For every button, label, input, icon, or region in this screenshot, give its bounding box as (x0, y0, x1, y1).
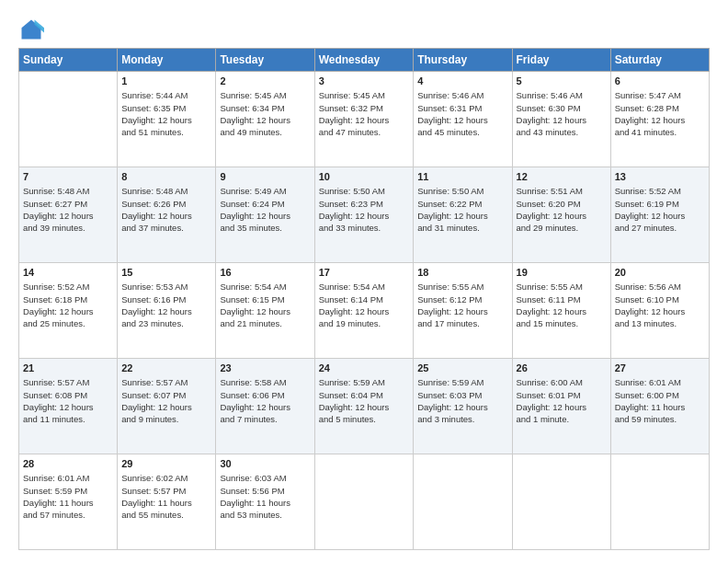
cell-line: Sunrise: 5:46 AM (517, 89, 607, 101)
cell-line: Sunrise: 5:45 AM (319, 89, 410, 101)
day-number: 16 (220, 266, 310, 280)
calendar-cell: 2Sunrise: 5:45 AMSunset: 6:34 PMDaylight… (216, 72, 314, 167)
day-number: 4 (417, 75, 507, 88)
header (18, 17, 710, 42)
col-header-monday: Monday (118, 49, 216, 72)
calendar-cell (512, 454, 610, 550)
cell-line: Daylight: 12 hours (615, 210, 705, 222)
cell-line: Sunset: 6:35 PM (121, 102, 211, 114)
col-header-friday: Friday (512, 49, 610, 72)
cell-line: Sunrise: 5:55 AM (517, 281, 607, 293)
calendar-cell: 14Sunrise: 5:52 AMSunset: 6:18 PMDayligh… (19, 263, 118, 359)
calendar-row-4: 28Sunrise: 6:01 AMSunset: 5:59 PMDayligh… (19, 454, 710, 550)
day-number: 10 (319, 170, 410, 184)
cell-line: Sunrise: 5:50 AM (319, 185, 410, 197)
calendar-cell (610, 454, 709, 550)
cell-line: Daylight: 11 hours (615, 401, 705, 413)
cell-line: Sunrise: 5:57 AM (121, 376, 211, 388)
cell-line: Sunset: 6:23 PM (319, 198, 410, 210)
day-number: 23 (220, 362, 310, 375)
cell-line: Daylight: 12 hours (417, 401, 507, 413)
cell-line: Daylight: 11 hours (121, 497, 211, 509)
cell-line: Daylight: 12 hours (517, 305, 607, 317)
col-header-thursday: Thursday (414, 49, 512, 72)
day-number: 17 (319, 266, 410, 280)
day-number: 19 (517, 266, 607, 280)
cell-line: Sunset: 6:00 PM (615, 389, 705, 401)
calendar-cell: 8Sunrise: 5:48 AMSunset: 6:26 PMDaylight… (118, 167, 216, 263)
col-header-saturday: Saturday (610, 49, 709, 72)
cell-line: Sunrise: 5:58 AM (220, 376, 310, 388)
cell-line: Daylight: 12 hours (23, 210, 113, 222)
cell-line: and 29 minutes. (517, 222, 607, 234)
cell-line: and 57 minutes. (23, 509, 113, 521)
cell-line: Sunrise: 5:45 AM (220, 89, 310, 101)
cell-line: Sunrise: 6:01 AM (615, 376, 705, 388)
page: SundayMondayTuesdayWednesdayThursdayFrid… (0, 0, 728, 563)
cell-line: and 49 minutes. (220, 126, 310, 138)
cell-line: Sunset: 6:06 PM (220, 389, 310, 401)
cell-line: and 19 minutes. (319, 317, 410, 329)
cell-line: Daylight: 12 hours (121, 401, 211, 413)
day-number: 30 (220, 457, 310, 471)
calendar-row-1: 7Sunrise: 5:48 AMSunset: 6:27 PMDaylight… (19, 167, 710, 263)
calendar-cell: 25Sunrise: 5:59 AMSunset: 6:03 PMDayligh… (414, 359, 512, 454)
day-number: 11 (417, 170, 507, 184)
cell-line: and 25 minutes. (23, 317, 113, 329)
cell-line: and 13 minutes. (615, 317, 705, 329)
cell-line: Sunset: 5:57 PM (121, 485, 211, 497)
cell-line: Sunset: 6:26 PM (121, 198, 211, 210)
cell-line: Sunset: 6:32 PM (319, 102, 410, 114)
calendar-cell: 22Sunrise: 5:57 AMSunset: 6:07 PMDayligh… (118, 359, 216, 454)
calendar-cell: 12Sunrise: 5:51 AMSunset: 6:20 PMDayligh… (512, 167, 610, 263)
cell-line: and 9 minutes. (121, 413, 211, 425)
cell-line: Daylight: 12 hours (220, 401, 310, 413)
cell-line: Sunrise: 5:52 AM (23, 281, 113, 293)
cell-line: Daylight: 12 hours (319, 305, 410, 317)
calendar-row-0: 1Sunrise: 5:44 AMSunset: 6:35 PMDaylight… (19, 72, 710, 167)
cell-line: Daylight: 12 hours (319, 210, 410, 222)
cell-line: and 41 minutes. (615, 126, 705, 138)
calendar-cell: 26Sunrise: 6:00 AMSunset: 6:01 PMDayligh… (512, 359, 610, 454)
cell-line: Daylight: 11 hours (220, 497, 310, 509)
day-number: 2 (220, 75, 310, 88)
calendar-cell: 15Sunrise: 5:53 AMSunset: 6:16 PMDayligh… (118, 263, 216, 359)
cell-line: Sunrise: 5:54 AM (220, 281, 310, 293)
cell-line: Sunset: 6:12 PM (417, 293, 507, 305)
calendar-cell: 28Sunrise: 6:01 AMSunset: 5:59 PMDayligh… (19, 454, 118, 550)
cell-line: Sunset: 6:01 PM (517, 389, 607, 401)
cell-line: Daylight: 12 hours (319, 401, 410, 413)
day-number: 8 (121, 170, 211, 184)
calendar-cell: 13Sunrise: 5:52 AMSunset: 6:19 PMDayligh… (610, 167, 709, 263)
day-number: 27 (615, 362, 705, 375)
cell-line: Sunset: 6:18 PM (23, 293, 113, 305)
cell-line: and 35 minutes. (220, 222, 310, 234)
calendar-cell: 9Sunrise: 5:49 AMSunset: 6:24 PMDaylight… (216, 167, 314, 263)
cell-line: and 27 minutes. (615, 222, 705, 234)
cell-line: Sunset: 6:34 PM (220, 102, 310, 114)
cell-line: Sunrise: 5:59 AM (417, 376, 507, 388)
calendar-cell: 24Sunrise: 5:59 AMSunset: 6:04 PMDayligh… (314, 359, 414, 454)
calendar-header-row: SundayMondayTuesdayWednesdayThursdayFrid… (19, 49, 710, 72)
cell-line: Daylight: 12 hours (220, 210, 310, 222)
calendar-cell: 21Sunrise: 5:57 AMSunset: 6:08 PMDayligh… (19, 359, 118, 454)
cell-line: Daylight: 12 hours (417, 305, 507, 317)
calendar-cell: 5Sunrise: 5:46 AMSunset: 6:30 PMDaylight… (512, 72, 610, 167)
cell-line: Daylight: 12 hours (319, 114, 410, 126)
cell-line: and 51 minutes. (121, 126, 211, 138)
cell-line: Daylight: 12 hours (517, 210, 607, 222)
cell-line: Sunset: 6:10 PM (615, 293, 705, 305)
cell-line: Daylight: 11 hours (23, 497, 113, 509)
cell-line: Sunset: 5:56 PM (220, 485, 310, 497)
cell-line: Sunset: 6:08 PM (23, 389, 113, 401)
cell-line: and 45 minutes. (417, 126, 507, 138)
calendar-cell: 29Sunrise: 6:02 AMSunset: 5:57 PMDayligh… (118, 454, 216, 550)
logo-icon (18, 17, 44, 42)
col-header-sunday: Sunday (19, 49, 118, 72)
day-number: 3 (319, 75, 410, 88)
day-number: 20 (615, 266, 705, 280)
calendar-cell: 23Sunrise: 5:58 AMSunset: 6:06 PMDayligh… (216, 359, 314, 454)
cell-line: Sunset: 6:07 PM (121, 389, 211, 401)
day-number: 24 (319, 362, 410, 375)
cell-line: Sunset: 6:15 PM (220, 293, 310, 305)
